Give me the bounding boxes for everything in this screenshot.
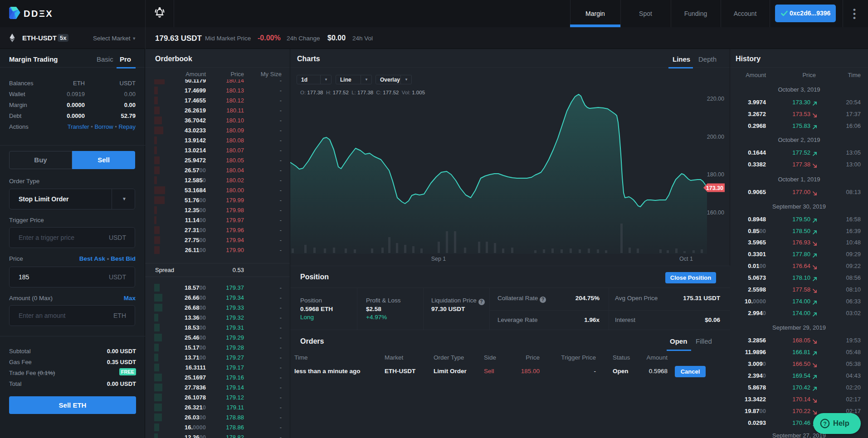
svg-text:200.00: 200.00 (707, 134, 724, 140)
svg-text:?: ? (823, 421, 827, 427)
svg-text:173.30: 173.30 (706, 185, 723, 191)
svg-text:Oct 1: Oct 1 (679, 256, 693, 262)
svg-text:180.00: 180.00 (707, 171, 724, 178)
svg-text:160.00: 160.00 (707, 209, 724, 216)
svg-text:220.00: 220.00 (707, 96, 724, 102)
svg-text:Sep 1: Sep 1 (431, 256, 446, 262)
